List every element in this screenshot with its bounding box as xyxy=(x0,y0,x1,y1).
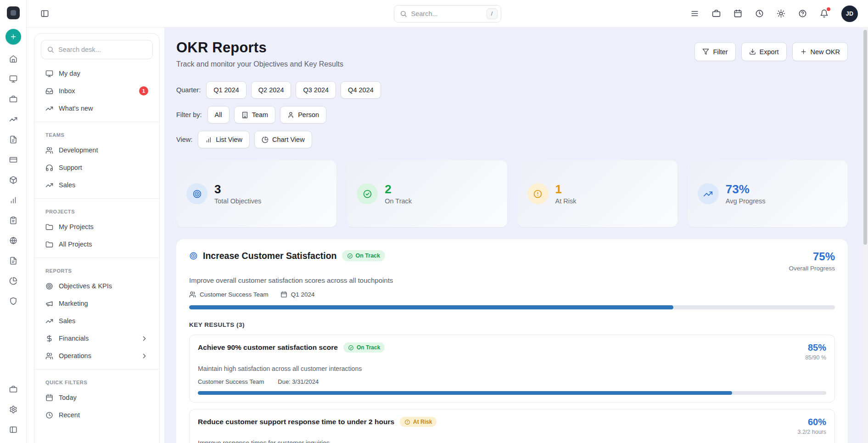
filter-by-label: Filter by: xyxy=(176,111,202,118)
app-logo[interactable] xyxy=(7,6,20,19)
rail-shield-button[interactable] xyxy=(6,293,21,309)
sidebar-item-inbox[interactable]: Inbox 1 xyxy=(41,82,153,100)
stat-value: 3 xyxy=(214,183,261,196)
clock-icon xyxy=(45,411,53,419)
stat-text: 1 At Risk xyxy=(555,183,577,205)
sidebar-item-development[interactable]: Development xyxy=(41,141,153,159)
scrollbar-thumb[interactable] xyxy=(863,30,867,245)
trending-up-icon xyxy=(45,317,53,325)
rail-clipboard-button[interactable] xyxy=(6,213,21,228)
key-result-percent: 85% xyxy=(805,342,826,353)
chevron-right-icon xyxy=(140,352,148,360)
sidebar-item-marketing[interactable]: Marketing xyxy=(41,295,153,312)
sidebar-toggle-button[interactable] xyxy=(37,6,52,22)
rail-file-button[interactable] xyxy=(6,253,21,269)
stat-icon-badge xyxy=(527,183,549,204)
trending-icon xyxy=(9,115,17,123)
rail-monitor-button[interactable] xyxy=(6,71,21,87)
panel-icon xyxy=(9,426,17,434)
sidebar-item-all-projects[interactable]: All Projects xyxy=(41,236,153,253)
stats-row: 3 Total Objectives 2 On Track xyxy=(176,160,848,227)
sidebar-item-recent[interactable]: Recent xyxy=(41,406,153,424)
sidebar-search-input[interactable]: Search desk... xyxy=(41,40,153,59)
stat-card-avg-progress: 73% Avg Progress xyxy=(688,160,848,227)
stat-text: 2 On Track xyxy=(385,183,412,205)
rail-briefcase-button[interactable] xyxy=(6,91,21,107)
chart-view-button[interactable]: Chart View xyxy=(254,131,312,148)
filter-all-button[interactable]: All xyxy=(207,106,230,123)
help-button[interactable] xyxy=(797,9,807,19)
key-result-meta: Customer Success Team Due: 3/31/2024 xyxy=(198,378,826,385)
export-button[interactable]: Export xyxy=(741,42,787,61)
sidebar-item-financials[interactable]: Financials xyxy=(41,330,153,347)
divider xyxy=(34,369,159,370)
rail-barchart-button[interactable] xyxy=(6,192,21,208)
rail-box-button[interactable] xyxy=(6,172,21,188)
rail-gear-button[interactable] xyxy=(6,402,21,417)
sidebar-item-sales-report[interactable]: Sales xyxy=(41,312,153,330)
menu-button[interactable] xyxy=(689,9,700,19)
key-result-description: Maintain high satisfaction across all cu… xyxy=(198,365,826,372)
notifications-button[interactable] xyxy=(819,9,829,19)
sidebar-item-operations[interactable]: Operations xyxy=(41,347,153,364)
sidebar-item-support[interactable]: Support xyxy=(41,159,153,176)
key-result-header: Achieve 90% customer satisfaction score … xyxy=(198,342,826,361)
rail-home-button[interactable] xyxy=(6,51,21,67)
rail-card-button[interactable] xyxy=(6,152,21,168)
sidebar-item-objectives-kpis[interactable]: Objectives & KPIs xyxy=(41,277,153,295)
stat-label: On Track xyxy=(385,197,412,205)
global-search-input[interactable]: Search... / xyxy=(394,5,501,22)
history-button[interactable] xyxy=(754,9,764,19)
section-title-quick-filters: QUICK FILTERS xyxy=(41,374,153,389)
stat-icon-badge xyxy=(186,183,207,204)
key-result-progress-group: 60% 3.2/2 hours xyxy=(797,417,826,435)
filter-team-button[interactable]: Team xyxy=(234,106,275,123)
rail-panel-button[interactable] xyxy=(6,422,21,437)
target-icon xyxy=(192,189,202,199)
status-badge-on-track: On Track xyxy=(343,342,385,353)
filter-person-button[interactable]: Person xyxy=(280,106,326,123)
list-view-button[interactable]: List View xyxy=(198,131,250,148)
new-okr-button[interactable]: New OKR xyxy=(792,42,848,61)
file-icon xyxy=(9,135,17,144)
status-badge-label: On Track xyxy=(356,252,381,259)
rail-globe-button[interactable] xyxy=(6,233,21,248)
sidebar-item-sales-team[interactable]: Sales xyxy=(41,176,153,194)
apps-button[interactable] xyxy=(711,9,721,19)
download-icon xyxy=(749,48,756,55)
sidebar-search-placeholder: Search desk... xyxy=(58,46,101,53)
rail-file-button[interactable] xyxy=(6,132,21,147)
page-actions: Filter Export New OKR xyxy=(694,39,848,61)
vertical-scrollbar[interactable] xyxy=(862,28,868,443)
rail-trending-button[interactable] xyxy=(6,112,21,127)
sidebar-item-my-day[interactable]: My day xyxy=(41,65,153,82)
divider xyxy=(34,258,159,258)
rail-briefcase-button[interactable] xyxy=(6,381,21,397)
quarter-q3-button[interactable]: Q3 2024 xyxy=(296,81,336,99)
theme-button[interactable] xyxy=(776,9,786,19)
user-avatar[interactable]: JD xyxy=(841,6,858,22)
filter-button[interactable]: Filter xyxy=(694,42,735,61)
file-icon xyxy=(9,257,17,265)
add-new-button[interactable] xyxy=(6,29,21,45)
quarter-q1-button[interactable]: Q1 2024 xyxy=(206,81,246,99)
sidebar-item-my-projects[interactable]: My Projects xyxy=(41,218,153,236)
status-badge-label: At Risk xyxy=(413,419,432,425)
filter-team-label: Team xyxy=(252,111,268,118)
main-column: Search... / JD xyxy=(27,0,868,443)
sidebar-item-label: My day xyxy=(59,70,80,77)
calendar-button[interactable] xyxy=(733,9,743,19)
page-subtitle: Track and monitor your Objectives and Ke… xyxy=(176,60,343,68)
search-placeholder: Search... xyxy=(411,10,438,17)
quarter-q4-button[interactable]: Q4 2024 xyxy=(341,81,381,99)
sidebar-item-whats-new[interactable]: What's new xyxy=(41,100,153,117)
objective-quarter: Q1 2024 xyxy=(280,291,315,298)
topbar-actions: JD xyxy=(689,6,858,22)
quarter-q2-button[interactable]: Q2 2024 xyxy=(251,81,291,99)
rail-pie-button[interactable] xyxy=(6,273,21,289)
sidebar-item-today[interactable]: Today xyxy=(41,389,153,406)
objective-team: Customer Success Team xyxy=(189,291,269,298)
monitor-icon xyxy=(45,70,53,78)
plus-icon xyxy=(10,33,17,40)
objective-progress-group: 75% Overall Progress xyxy=(789,250,835,272)
